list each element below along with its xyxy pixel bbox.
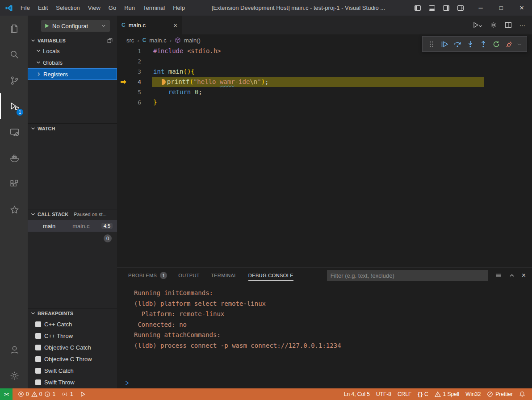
- search-icon[interactable]: [0, 42, 28, 67]
- code-line[interactable]: 4 printf("hello wamr-ide\n");: [117, 77, 532, 87]
- breakpoint-checkbox[interactable]: [35, 379, 41, 385]
- toggle-secondary-sidebar-icon[interactable]: [443, 4, 450, 12]
- variables-item-globals[interactable]: Globals: [28, 57, 117, 68]
- breakpoint-item[interactable]: Objective C Throw: [28, 353, 117, 365]
- minimize-button[interactable]: ─: [470, 0, 491, 16]
- run-and-debug-icon[interactable]: 1: [0, 93, 28, 119]
- drag-handle-icon[interactable]: [427, 39, 436, 50]
- variables-section-header[interactable]: VARIABLES: [28, 35, 117, 46]
- debug-session-status[interactable]: [76, 388, 89, 400]
- breakpoint-checkbox[interactable]: [35, 368, 41, 374]
- menu-file[interactable]: File: [17, 0, 34, 16]
- code-text[interactable]: [141, 56, 532, 67]
- collapse-all-icon[interactable]: [107, 38, 117, 44]
- maximize-button[interactable]: □: [491, 0, 511, 16]
- toggle-panel-icon[interactable]: [428, 4, 436, 12]
- settings-gear-icon[interactable]: [0, 362, 28, 388]
- slash-circle-icon: [487, 391, 493, 397]
- variables-item-locals[interactable]: Locals: [28, 45, 117, 57]
- ports-status[interactable]: 1: [59, 388, 76, 400]
- code-text[interactable]: }: [141, 97, 532, 108]
- problems-status[interactable]: 0 0 1: [13, 388, 59, 400]
- breakpoint-checkbox[interactable]: [35, 321, 41, 327]
- menu-help[interactable]: Help: [169, 0, 189, 16]
- step-out-icon[interactable]: [478, 39, 488, 50]
- breakpoint-item[interactable]: C++ Catch: [28, 318, 117, 330]
- start-debug-icon[interactable]: [44, 23, 50, 29]
- formatter-status[interactable]: Prettier: [484, 391, 516, 397]
- call-stack-section-header[interactable]: CALL STACK Paused on st...: [28, 209, 117, 219]
- menu-go[interactable]: Go: [105, 0, 120, 16]
- menu-run[interactable]: Run: [120, 0, 139, 16]
- breadcrumb-folder[interactable]: src: [126, 37, 134, 44]
- console-actions-icon[interactable]: [495, 272, 502, 279]
- encoding[interactable]: UTF-8: [373, 391, 394, 397]
- console-filter-input[interactable]: [327, 270, 488, 281]
- breadcrumb-symbol[interactable]: main(): [184, 37, 201, 44]
- extensions-icon[interactable]: [0, 171, 28, 197]
- split-editor-icon[interactable]: [505, 21, 512, 29]
- source-control-icon[interactable]: [0, 67, 28, 93]
- close-tab-icon[interactable]: ×: [173, 21, 177, 29]
- breakpoint-item[interactable]: Swift Throw: [28, 376, 117, 388]
- toggle-sidebar-icon[interactable]: [414, 4, 421, 12]
- panel-tab-output[interactable]: OUTPUT: [178, 267, 200, 283]
- tab-main-c[interactable]: C main.c ×: [117, 16, 182, 34]
- panel-tab-terminal[interactable]: TERMINAL: [211, 267, 237, 283]
- close-button[interactable]: ×: [511, 0, 532, 16]
- breadcrumb-file[interactable]: main.c: [149, 37, 166, 44]
- maximize-panel-icon[interactable]: [509, 272, 515, 279]
- docker-icon[interactable]: [0, 145, 28, 171]
- explorer-icon[interactable]: [0, 16, 28, 42]
- customize-layout-icon[interactable]: [457, 4, 464, 12]
- breakpoint-checkbox[interactable]: [35, 345, 41, 350]
- language-mode[interactable]: { } C: [415, 391, 431, 397]
- notifications-bell-icon[interactable]: [516, 391, 528, 397]
- menu-selection[interactable]: Selection: [52, 0, 84, 16]
- run-or-debug-icon[interactable]: [473, 21, 482, 29]
- menu-edit[interactable]: Edit: [34, 0, 52, 16]
- panel-tab-problems[interactable]: PROBLEMS1: [128, 267, 167, 283]
- breakpoint-checkbox[interactable]: [35, 333, 41, 339]
- code-text[interactable]: printf("hello wamr-ide\n");: [141, 77, 532, 87]
- remote-indicator[interactable]: ><: [0, 388, 13, 400]
- breakpoint-checkbox[interactable]: [35, 356, 41, 362]
- code-line[interactable]: 6}: [117, 97, 532, 108]
- breadcrumb-separator: ›: [170, 37, 172, 44]
- code-text[interactable]: int main(){: [141, 67, 532, 77]
- code-text[interactable]: return 0;: [141, 87, 532, 97]
- breakpoint-item[interactable]: C++ Throw: [28, 330, 117, 342]
- call-stack-frame[interactable]: main main.c 4:5: [28, 220, 117, 232]
- step-into-icon[interactable]: [465, 39, 475, 50]
- code-line[interactable]: 3int main(){: [117, 67, 532, 77]
- disconnect-dropdown-icon[interactable]: [517, 42, 523, 46]
- settings-gear-icon[interactable]: [490, 21, 497, 29]
- platform[interactable]: Win32: [462, 391, 484, 397]
- star-icon[interactable]: [0, 197, 28, 223]
- step-over-icon[interactable]: [452, 39, 462, 50]
- spell-status[interactable]: 1 Spell: [431, 391, 463, 397]
- variables-item-registers[interactable]: Registers: [28, 68, 117, 80]
- panel-actions: ×: [495, 271, 526, 279]
- eol-sequence[interactable]: CRLF: [394, 391, 415, 397]
- close-panel-icon[interactable]: ×: [522, 271, 526, 279]
- watch-section-header[interactable]: WATCH: [28, 123, 117, 133]
- cursor-position[interactable]: Ln 4, Col 5: [341, 391, 373, 397]
- accounts-icon[interactable]: [0, 337, 28, 362]
- menu-terminal[interactable]: Terminal: [139, 0, 169, 16]
- code-line[interactable]: 5 return 0;: [117, 87, 532, 97]
- console-input-prompt[interactable]: [124, 380, 130, 386]
- panel-tab-debug-console[interactable]: DEBUG CONSOLE: [248, 267, 293, 283]
- breakpoints-section-header[interactable]: BREAKPOINTS: [28, 308, 117, 318]
- debug-configuration-dropdown[interactable]: No Configurat: [41, 20, 110, 32]
- breakpoint-item[interactable]: Objective C Catch: [28, 342, 117, 353]
- more-actions-icon[interactable]: ···: [519, 22, 525, 29]
- remote-explorer-icon[interactable]: [0, 119, 28, 145]
- debug-current-line-arrow-icon[interactable]: [117, 79, 130, 85]
- breakpoint-item[interactable]: Swift Catch: [28, 365, 117, 376]
- restart-icon[interactable]: [491, 39, 501, 50]
- continue-icon[interactable]: [440, 39, 449, 50]
- menu-view[interactable]: View: [84, 0, 105, 16]
- disconnect-icon[interactable]: [504, 39, 514, 50]
- code-line[interactable]: 2: [117, 56, 532, 67]
